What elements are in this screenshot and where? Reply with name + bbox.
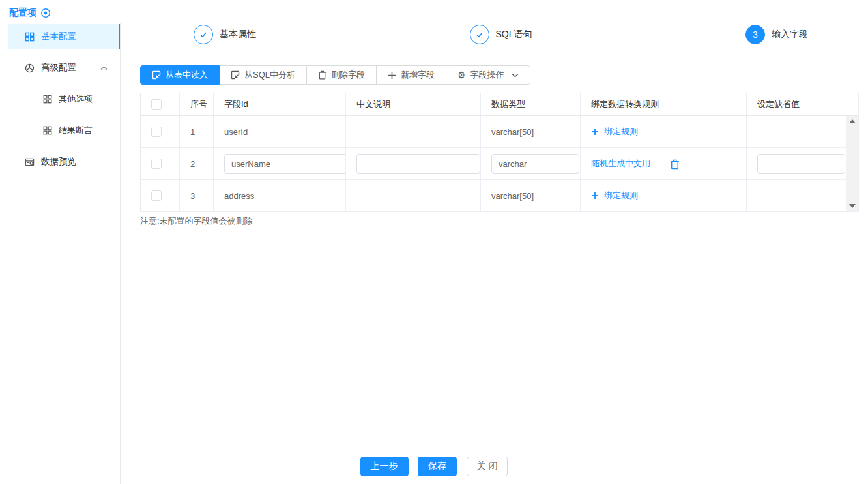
sidebar-item-label: 数据预览 [41, 156, 76, 168]
scroll-down-arrow[interactable] [849, 204, 856, 208]
remove-rule-trash-icon[interactable] [670, 159, 680, 170]
row-checkbox[interactable] [151, 159, 162, 169]
analyze-from-sql-button[interactable]: 从SQL中分析 [219, 65, 307, 85]
step-input-fields[interactable]: 3 输入字段 [745, 25, 808, 44]
bind-rule-label: 绑定规则 [604, 190, 638, 202]
type-value: varchar[50] [481, 180, 581, 212]
grid-icon [43, 95, 52, 104]
sidebar-item-label: 基本配置 [41, 31, 76, 42]
footer-actions: 上一步 保存 关 闭 [0, 457, 868, 476]
grid-icon [43, 126, 52, 135]
table-select-icon [231, 70, 240, 80]
default-value [747, 180, 859, 212]
field-operations-dropdown-button[interactable]: ⚙ 字段操作 [446, 65, 530, 85]
button-label: 字段操作 [470, 69, 504, 81]
check-circle-icon [470, 25, 489, 44]
data-preview-icon [25, 157, 35, 167]
bind-rule-link[interactable]: 绑定规则 [591, 190, 638, 202]
plus-icon [388, 71, 396, 80]
row-checkbox[interactable] [151, 190, 162, 201]
add-field-button[interactable]: 新增字段 [376, 65, 446, 85]
column-header-desc: 中文说明 [346, 93, 481, 116]
table-header-row: 序号 字段Id 中文说明 数据类型 绑定数据转换规则 设定缺省值 [141, 93, 859, 116]
chevron-down-icon [512, 73, 519, 78]
column-header-default: 设定缺省值 [747, 93, 859, 116]
step-label: SQL语句 [496, 29, 532, 40]
column-header-rule: 绑定数据转换规则 [581, 93, 747, 116]
toolbar: 从表中读入 从SQL中分析 删除字段 新增字段 ⚙ [140, 65, 530, 85]
field-id-input[interactable] [224, 154, 346, 174]
grid-icon [25, 32, 35, 42]
sidebar-header: 配置项 [0, 0, 121, 24]
step-connector [265, 35, 461, 35]
step-number-badge: 3 [745, 25, 765, 44]
warning-note: 注意:未配置的字段值会被删除 [140, 215, 253, 227]
plus-icon [591, 128, 599, 136]
sidebar-item-label: 高级配置 [41, 62, 76, 74]
sidebar-item-data-preview[interactable]: 数据预览 [8, 149, 121, 174]
button-label: 新增字段 [401, 69, 435, 81]
table-row: 2 随机生成中文用 [141, 148, 859, 180]
page: 配置项 基本配置 高级配置 其他选项 [0, 0, 868, 484]
column-header-type: 数据类型 [481, 93, 581, 116]
sidebar-item-result-assert[interactable]: 结果断言 [8, 118, 121, 143]
sidebar: 配置项 基本配置 高级配置 其他选项 [0, 0, 121, 484]
rule-name-label: 随机生成中文用 [591, 158, 650, 170]
default-value-input[interactable] [757, 154, 845, 174]
bind-rule-label: 绑定规则 [604, 126, 638, 138]
sidebar-item-basic-config[interactable]: 基本配置 [8, 24, 121, 49]
select-all-checkbox[interactable] [151, 99, 162, 110]
rule-name-link[interactable]: 随机生成中文用 [591, 158, 650, 170]
stepper: 基本属性 SQL语句 3 输入字段 [194, 24, 808, 45]
previous-step-button[interactable]: 上一步 [360, 457, 409, 476]
desc-input[interactable] [356, 154, 480, 174]
column-header-field-id: 字段Id [214, 93, 346, 116]
step-basic-attrs[interactable]: 基本属性 [194, 25, 256, 44]
row-index: 2 [180, 148, 214, 180]
field-id-value: address [214, 180, 346, 212]
read-from-table-button[interactable]: 从表中读入 [140, 65, 220, 85]
main-content: 基本属性 SQL语句 3 输入字段 从表中读入 [121, 0, 868, 484]
step-connector [542, 35, 737, 35]
type-value: varchar[50] [481, 116, 581, 148]
row-index: 1 [180, 116, 214, 148]
button-label: 从SQL中分析 [244, 69, 295, 81]
sphere-icon [25, 63, 35, 73]
scroll-up-arrow[interactable] [849, 119, 856, 123]
row-index: 3 [180, 180, 214, 212]
table-scrollbar[interactable] [846, 116, 858, 211]
save-button[interactable]: 保存 [418, 457, 457, 476]
button-label: 从表中读入 [166, 69, 208, 81]
bind-rule-link[interactable]: 绑定规则 [591, 126, 638, 138]
step-sql-statement[interactable]: SQL语句 [470, 25, 532, 44]
type-input[interactable] [491, 154, 579, 174]
column-header-index: 序号 [180, 93, 214, 116]
sidebar-item-label: 结果断言 [59, 125, 93, 136]
sidebar-item-other-options[interactable]: 其他选项 [8, 87, 121, 112]
gear-icon: ⚙ [457, 70, 466, 80]
target-icon [40, 8, 51, 18]
field-id-value: userId [214, 116, 346, 148]
step-label: 输入字段 [772, 29, 808, 40]
desc-value [346, 180, 481, 212]
caret-up-icon[interactable] [100, 66, 108, 70]
table-row: 1 userId varchar[50] 绑定规则 [141, 116, 859, 148]
step-label: 基本属性 [220, 29, 256, 40]
sidebar-item-label: 其他选项 [59, 93, 93, 105]
button-label: 删除字段 [331, 69, 365, 81]
default-value [747, 116, 859, 148]
plus-icon [591, 192, 599, 200]
trash-icon [318, 70, 326, 80]
sidebar-item-advanced-config[interactable]: 高级配置 [8, 55, 121, 80]
check-circle-icon [194, 25, 213, 44]
close-button[interactable]: 关 闭 [467, 457, 508, 476]
fields-table: 序号 字段Id 中文说明 数据类型 绑定数据转换规则 设定缺省值 1 userI… [140, 93, 858, 212]
delete-field-button[interactable]: 删除字段 [306, 65, 377, 85]
table-row: 3 address varchar[50] 绑定规则 [141, 180, 859, 212]
desc-value [346, 116, 481, 148]
sidebar-title: 配置项 [9, 7, 36, 19]
table-select-icon [152, 70, 161, 80]
row-checkbox[interactable] [151, 127, 162, 137]
